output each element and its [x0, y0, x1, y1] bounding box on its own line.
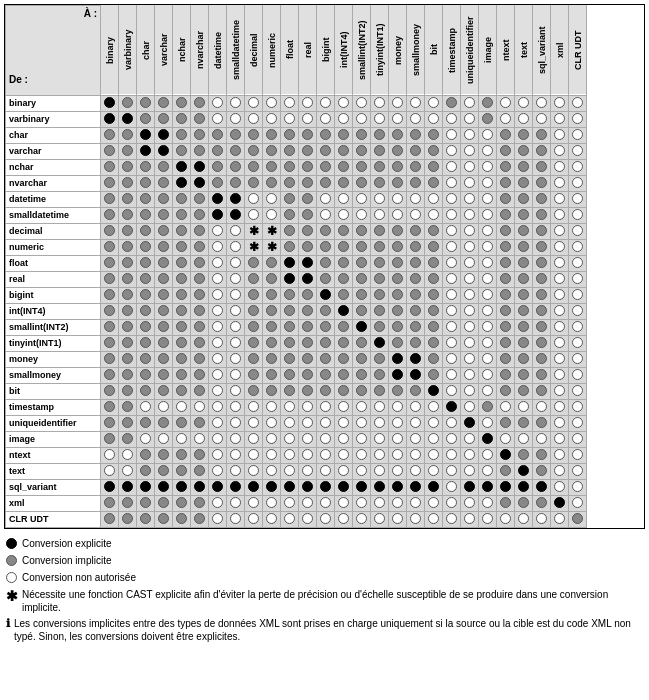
- cell-22-23: [515, 447, 533, 463]
- cell-5-18: [425, 175, 443, 191]
- cell-20-1: [119, 415, 137, 431]
- none-circle: [500, 401, 511, 412]
- implicit-circle: [536, 417, 547, 428]
- implicit-circle: [104, 401, 115, 412]
- cell-1-15: [371, 111, 389, 127]
- none-circle: [464, 257, 475, 268]
- table-row: nchar: [6, 159, 587, 175]
- cell-6-14: [353, 191, 371, 207]
- cell-21-16: [389, 431, 407, 447]
- cell-9-5: [191, 239, 209, 255]
- cell-18-4: [173, 383, 191, 399]
- none-circle: [356, 97, 367, 108]
- implicit-circle: [284, 369, 295, 380]
- none-circle: [482, 305, 493, 316]
- cell-21-22: [497, 431, 515, 447]
- implicit-circle: [536, 449, 547, 460]
- cell-21-23: [515, 431, 533, 447]
- none-circle: [410, 209, 421, 220]
- cell-22-0: [101, 447, 119, 463]
- col-header-money: money: [389, 5, 407, 95]
- cell-15-23: [515, 335, 533, 351]
- cell-11-20: [461, 271, 479, 287]
- none-circle: [428, 433, 439, 444]
- implicit-circle: [410, 305, 421, 316]
- cell-22-24: [533, 447, 551, 463]
- cell-16-25: [551, 351, 569, 367]
- implicit-circle: [158, 209, 169, 220]
- none-circle: [536, 433, 547, 444]
- implicit-circle: [518, 385, 529, 396]
- cell-7-21: [479, 207, 497, 223]
- info-icon: ℹ: [6, 618, 10, 629]
- col-header-uniqueidentifier: uniqueidentifier: [461, 5, 479, 95]
- implicit-circle: [428, 337, 439, 348]
- none-circle: [446, 129, 457, 140]
- implicit-circle: [428, 129, 439, 140]
- implicit-circle: [536, 209, 547, 220]
- legend-white-circle: [6, 572, 17, 585]
- row-label-float: float: [6, 255, 101, 271]
- implicit-circle: [194, 337, 205, 348]
- cell-6-11: [299, 191, 317, 207]
- none-circle: [392, 97, 403, 108]
- implicit-circle: [428, 225, 439, 236]
- cell-9-10: [281, 239, 299, 255]
- cell-11-12: [317, 271, 335, 287]
- cell-20-0: [101, 415, 119, 431]
- cell-17-12: [317, 367, 335, 383]
- cell-14-11: [299, 319, 317, 335]
- explicit-circle: [410, 369, 421, 380]
- none-circle: [554, 305, 565, 316]
- none-circle: [482, 145, 493, 156]
- implicit-circle: [140, 97, 151, 108]
- none-circle: [230, 385, 241, 396]
- cell-12-10: [281, 287, 299, 303]
- implicit-circle: [500, 465, 511, 476]
- none-circle: [248, 209, 259, 220]
- row-label-char: char: [6, 127, 101, 143]
- cell-20-20: [461, 415, 479, 431]
- none-circle: [248, 401, 259, 412]
- explicit-circle: [356, 321, 367, 332]
- col-header-varbinary: varbinary: [119, 5, 137, 95]
- implicit-circle: [518, 273, 529, 284]
- implicit-circle: [266, 129, 277, 140]
- cell-0-12: [317, 95, 335, 111]
- implicit-circle: [500, 273, 511, 284]
- cell-21-4: [173, 431, 191, 447]
- cell-12-5: [191, 287, 209, 303]
- implicit-circle: [518, 129, 529, 140]
- none-circle: [230, 289, 241, 300]
- none-circle: [482, 257, 493, 268]
- cell-6-3: [155, 191, 173, 207]
- none-circle: [482, 273, 493, 284]
- cell-14-0: [101, 319, 119, 335]
- none-circle: [482, 369, 493, 380]
- legend-gray-circle: [6, 555, 17, 568]
- none-circle: [446, 193, 457, 204]
- implicit-circle: [356, 177, 367, 188]
- cell-19-24: [533, 399, 551, 415]
- cell-26-3: [155, 511, 173, 527]
- implicit-circle: [374, 145, 385, 156]
- none-circle: [572, 145, 583, 156]
- legend-explicit-text: Conversion explicite: [22, 537, 112, 550]
- cell-15-8: [245, 335, 263, 351]
- implicit-circle: [338, 369, 349, 380]
- cell-18-23: [515, 383, 533, 399]
- cell-6-20: [461, 191, 479, 207]
- cell-9-7: [227, 239, 245, 255]
- cell-26-7: [227, 511, 245, 527]
- cell-24-19: [443, 479, 461, 495]
- none-circle: [446, 209, 457, 220]
- cell-0-13: [335, 95, 353, 111]
- col-header-tinyint-int1-: tinyint(INT1): [371, 5, 389, 95]
- implicit-circle: [518, 257, 529, 268]
- cell-9-12: [317, 239, 335, 255]
- cell-14-6: [209, 319, 227, 335]
- cell-3-5: [191, 143, 209, 159]
- cell-24-21: [479, 479, 497, 495]
- none-circle: [410, 113, 421, 124]
- cell-0-21: [479, 95, 497, 111]
